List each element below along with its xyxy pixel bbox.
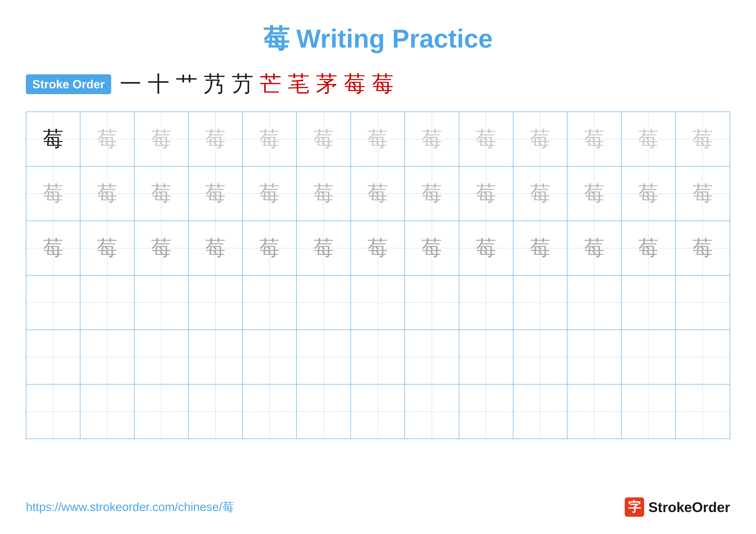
grid-cell[interactable]: 莓 bbox=[80, 112, 134, 166]
grid-cell[interactable] bbox=[622, 275, 676, 330]
grid-cell[interactable] bbox=[513, 275, 567, 330]
stroke-10: 莓 bbox=[372, 69, 393, 99]
grid-cell[interactable] bbox=[405, 330, 459, 384]
grid-cell[interactable] bbox=[513, 330, 567, 384]
cell-char: 莓 bbox=[43, 234, 63, 262]
grid-cell[interactable] bbox=[134, 385, 189, 439]
grid-cell[interactable] bbox=[567, 385, 622, 439]
grid-cell[interactable]: 莓 bbox=[622, 112, 676, 166]
grid-cell[interactable]: 莓 bbox=[676, 166, 730, 220]
grid-cell[interactable] bbox=[567, 330, 622, 384]
grid-cell[interactable]: 莓 bbox=[26, 221, 80, 275]
grid-cell[interactable] bbox=[189, 385, 243, 439]
grid-cell[interactable] bbox=[622, 385, 676, 439]
grid-cell[interactable]: 莓 bbox=[134, 112, 189, 166]
cell-char: 莓 bbox=[476, 234, 496, 262]
grid-cell[interactable] bbox=[243, 385, 297, 439]
grid-cell[interactable]: 莓 bbox=[189, 112, 243, 166]
grid-cell[interactable] bbox=[351, 275, 405, 330]
grid-cell[interactable] bbox=[676, 385, 730, 439]
cell-char: 莓 bbox=[313, 180, 334, 207]
stroke-2: 十 bbox=[148, 69, 169, 99]
grid-cell[interactable]: 莓 bbox=[459, 112, 513, 166]
grid-cell[interactable] bbox=[459, 330, 513, 384]
grid-cell[interactable]: 莓 bbox=[351, 112, 405, 166]
grid-cell[interactable]: 莓 bbox=[513, 166, 567, 220]
grid-cell[interactable]: 莓 bbox=[459, 166, 513, 220]
grid-cell[interactable]: 莓 bbox=[243, 166, 297, 220]
grid-cell[interactable] bbox=[459, 385, 513, 439]
cell-char: 莓 bbox=[259, 125, 280, 153]
cell-char: 莓 bbox=[151, 234, 172, 262]
grid-cell[interactable]: 莓 bbox=[189, 166, 243, 220]
grid-cell[interactable]: 莓 bbox=[134, 166, 189, 220]
grid-cell[interactable]: 莓 bbox=[622, 221, 676, 275]
grid-cell[interactable] bbox=[676, 330, 730, 384]
cell-char: 莓 bbox=[97, 180, 118, 207]
grid-cell[interactable]: 莓 bbox=[459, 221, 513, 275]
grid-cell[interactable]: 莓 bbox=[567, 166, 622, 220]
grid-cell[interactable] bbox=[243, 330, 297, 384]
grid-cell[interactable]: 莓 bbox=[676, 221, 730, 275]
grid-cell[interactable]: 莓 bbox=[405, 221, 459, 275]
cell-char: 莓 bbox=[205, 180, 226, 207]
grid-cell[interactable]: 莓 bbox=[622, 166, 676, 220]
grid-cell[interactable]: 莓 bbox=[297, 166, 351, 220]
cell-char: 莓 bbox=[638, 125, 659, 153]
grid-cell[interactable] bbox=[134, 330, 189, 384]
footer-url[interactable]: https://www.strokeorder.com/chinese/莓 bbox=[26, 499, 234, 515]
grid-cell[interactable] bbox=[297, 275, 351, 330]
strokeorder-logo-icon: 字 bbox=[625, 497, 644, 517]
stroke-order-row: Stroke Order 一 十 艹 艿 芀 芒 芼 茅 莓 莓 bbox=[26, 69, 730, 99]
grid-cell[interactable]: 莓 bbox=[80, 166, 134, 220]
grid-cell[interactable]: 莓 bbox=[243, 221, 297, 275]
grid-cell[interactable] bbox=[189, 330, 243, 384]
grid-cell[interactable] bbox=[80, 330, 134, 384]
grid-cell[interactable] bbox=[243, 275, 297, 330]
grid-cell[interactable] bbox=[567, 275, 622, 330]
cell-char: 莓 bbox=[205, 234, 226, 262]
grid-cell[interactable] bbox=[80, 275, 134, 330]
grid-cell[interactable] bbox=[351, 385, 405, 439]
grid-cell[interactable] bbox=[26, 385, 80, 439]
grid-cell[interactable] bbox=[80, 385, 134, 439]
grid-cell[interactable]: 莓 bbox=[26, 112, 80, 166]
grid-cell[interactable]: 莓 bbox=[351, 166, 405, 220]
grid-cell[interactable] bbox=[676, 275, 730, 330]
cell-char: 莓 bbox=[43, 125, 63, 153]
grid-cell[interactable]: 莓 bbox=[243, 112, 297, 166]
grid-cell[interactable]: 莓 bbox=[567, 221, 622, 275]
page-title: 莓 Writing Practice bbox=[26, 21, 730, 57]
cell-char: 莓 bbox=[476, 180, 496, 207]
grid-cell[interactable]: 莓 bbox=[297, 112, 351, 166]
grid-cell[interactable]: 莓 bbox=[189, 221, 243, 275]
grid-cell[interactable] bbox=[26, 330, 80, 384]
grid-cell[interactable]: 莓 bbox=[513, 112, 567, 166]
grid-cell[interactable]: 莓 bbox=[134, 221, 189, 275]
title-text: Writing Practice bbox=[289, 24, 493, 53]
grid-cell[interactable]: 莓 bbox=[405, 112, 459, 166]
grid-cell[interactable]: 莓 bbox=[26, 166, 80, 220]
stroke-sequence: 一 十 艹 艿 芀 芒 芼 茅 莓 莓 bbox=[120, 69, 393, 99]
grid-cell[interactable]: 莓 bbox=[351, 221, 405, 275]
grid-cell[interactable] bbox=[297, 330, 351, 384]
cell-char: 莓 bbox=[151, 180, 172, 207]
grid-cell[interactable] bbox=[405, 385, 459, 439]
grid-cell[interactable] bbox=[405, 275, 459, 330]
grid-cell[interactable] bbox=[26, 275, 80, 330]
grid-cell[interactable]: 莓 bbox=[567, 112, 622, 166]
grid-cell[interactable] bbox=[459, 275, 513, 330]
grid-cell[interactable] bbox=[297, 385, 351, 439]
grid-cell[interactable] bbox=[189, 275, 243, 330]
stroke-6: 芒 bbox=[260, 69, 282, 99]
cell-char: 莓 bbox=[259, 234, 280, 262]
grid-cell[interactable] bbox=[351, 330, 405, 384]
grid-cell[interactable] bbox=[513, 385, 567, 439]
grid-cell[interactable]: 莓 bbox=[513, 221, 567, 275]
grid-cell[interactable] bbox=[622, 330, 676, 384]
grid-cell[interactable]: 莓 bbox=[297, 221, 351, 275]
grid-cell[interactable] bbox=[134, 275, 189, 330]
grid-cell[interactable]: 莓 bbox=[405, 166, 459, 220]
grid-cell[interactable]: 莓 bbox=[676, 112, 730, 166]
grid-cell[interactable]: 莓 bbox=[80, 221, 134, 275]
